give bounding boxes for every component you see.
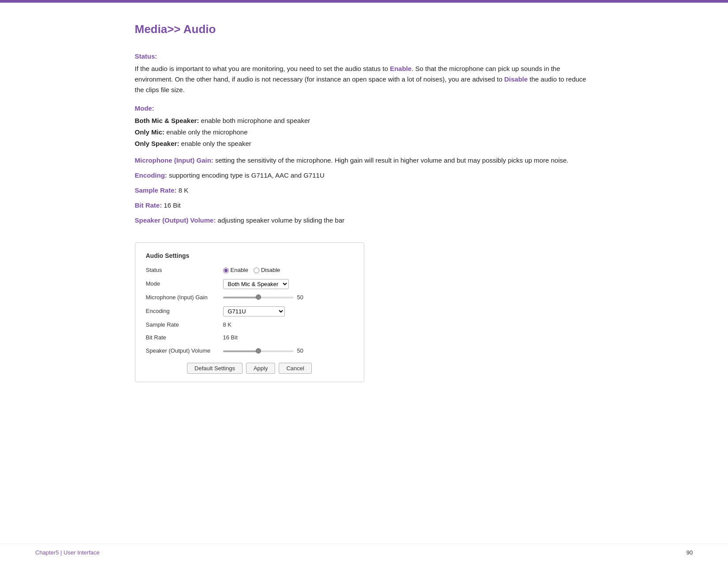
sample-rate-section: Sample Rate: 8 K [135, 185, 594, 196]
status-section: Status: If the audio is important to wha… [135, 51, 594, 95]
speaker-vol-slider-track[interactable] [223, 350, 294, 352]
speaker-vol-slider-thumb[interactable] [256, 348, 261, 354]
status-text: If the audio is important to what you ar… [135, 63, 594, 95]
bit-rate-text: 16 Bit [164, 201, 180, 209]
settings-mode-label: Mode [146, 279, 223, 289]
settings-mic-gain-label: Microphone (Input) Gain [146, 293, 223, 302]
encoding-text: supporting encoding type is G711A, AAC a… [169, 171, 325, 179]
sample-rate-static: 8 K [223, 320, 232, 330]
settings-status-label: Status [146, 266, 223, 275]
settings-speaker-vol-value: 50 [223, 346, 308, 356]
status-label: Status: [135, 51, 594, 62]
settings-buttons: Default Settings Apply Cancel [146, 363, 353, 374]
speaker-vol-text: adjusting speaker volume by sliding the … [218, 216, 345, 224]
mode-mic-label: Only Mic: [135, 128, 165, 136]
enable-radio[interactable] [223, 268, 229, 273]
bit-rate-label: Bit Rate: [135, 201, 162, 209]
settings-status-value: Enable Disable [223, 266, 280, 275]
sample-rate-label: Sample Rate: [135, 186, 177, 194]
settings-speaker-vol-label: Speaker (Output) Volume [146, 346, 223, 356]
mode-both-label: Both Mic & Speaker: [135, 117, 199, 124]
encoding-select[interactable]: G711U G711A AAC [223, 306, 285, 316]
settings-encoding-row: Encoding G711U G711A AAC [146, 306, 353, 316]
status-text-part1: If the audio is important to what you ar… [135, 65, 388, 72]
settings-bit-rate-label: Bit Rate [146, 333, 223, 342]
settings-mode-row: Mode Both Mic & Speaker Only Mic Only Sp… [146, 279, 353, 289]
enable-radio-text: Enable [231, 266, 248, 275]
encoding-section: Encoding: supporting encoding type is G7… [135, 170, 594, 181]
settings-status-row: Status Enable Disable [146, 266, 353, 275]
mic-gain-slider-fill [223, 297, 258, 298]
settings-encoding-label: Encoding [146, 307, 223, 316]
encoding-label: Encoding: [135, 171, 167, 179]
settings-sample-rate-label: Sample Rate [146, 320, 223, 330]
settings-box: Audio Settings Status Enable Disable [135, 242, 364, 382]
mode-select[interactable]: Both Mic & Speaker Only Mic Only Speaker [223, 279, 289, 289]
settings-box-title: Audio Settings [146, 251, 353, 261]
bit-rate-section: Bit Rate: 16 Bit [135, 200, 594, 211]
disable-word: Disable [504, 75, 528, 83]
settings-sample-rate-row: Sample Rate 8 K [146, 320, 353, 330]
settings-encoding-value: G711U G711A AAC [223, 306, 285, 316]
mode-speaker-label: Only Speaker: [135, 140, 179, 147]
mode-speaker-line: Only Speaker: enable only the speaker [135, 138, 594, 149]
speaker-vol-slider-value: 50 [297, 346, 308, 356]
disable-radio-text: Disable [261, 266, 280, 275]
settings-bit-rate-value: 16 Bit [223, 333, 238, 342]
mic-gain-label: Microphone (Input) Gain: [135, 156, 213, 164]
mode-speaker-desc: enable only the speaker [181, 140, 251, 147]
settings-mode-value: Both Mic & Speaker Only Mic Only Speaker [223, 279, 289, 289]
mic-gain-slider-value: 50 [297, 293, 308, 302]
mic-gain-slider-track[interactable] [223, 297, 294, 298]
settings-sample-rate-value: 8 K [223, 320, 232, 330]
enable-word: Enable [390, 65, 411, 72]
disable-radio[interactable] [254, 268, 259, 273]
settings-speaker-vol-row: Speaker (Output) Volume 50 [146, 346, 353, 356]
sample-rate-text: 8 K [179, 186, 189, 194]
default-settings-button[interactable]: Default Settings [187, 363, 243, 374]
page-content: Media>> Audio Status: If the audio is im… [100, 3, 629, 409]
mode-section: Mode: Both Mic & Speaker: enable both mi… [135, 103, 594, 149]
speaker-vol-section: Speaker (Output) Volume: adjusting speak… [135, 215, 594, 226]
enable-radio-label[interactable]: Enable [223, 266, 248, 275]
mode-mic-desc: enable only the microphone [166, 128, 247, 136]
mode-mic-line: Only Mic: enable only the microphone [135, 127, 594, 138]
speaker-vol-label: Speaker (Output) Volume: [135, 216, 216, 224]
mode-label: Mode: [135, 103, 594, 114]
status-radio-group: Enable Disable [223, 266, 280, 275]
mode-both-line: Both Mic & Speaker: enable both micropho… [135, 115, 594, 126]
mode-both-desc: enable both microphone and speaker [201, 117, 310, 124]
settings-bit-rate-row: Bit Rate 16 Bit [146, 333, 353, 342]
speaker-vol-slider-fill [223, 350, 258, 352]
page-title: Media>> Audio [135, 20, 594, 39]
cancel-button[interactable]: Cancel [279, 363, 311, 374]
bit-rate-static: 16 Bit [223, 333, 238, 342]
mic-gain-slider-thumb[interactable] [256, 294, 261, 300]
settings-mic-gain-value: 50 [223, 293, 308, 302]
mic-gain-text: setting the sensitivity of the microphon… [215, 156, 568, 164]
disable-radio-label[interactable]: Disable [254, 266, 280, 275]
settings-mic-gain-row: Microphone (Input) Gain 50 [146, 293, 353, 302]
mic-gain-section: Microphone (Input) Gain: setting the sen… [135, 155, 594, 166]
apply-button[interactable]: Apply [246, 363, 276, 374]
